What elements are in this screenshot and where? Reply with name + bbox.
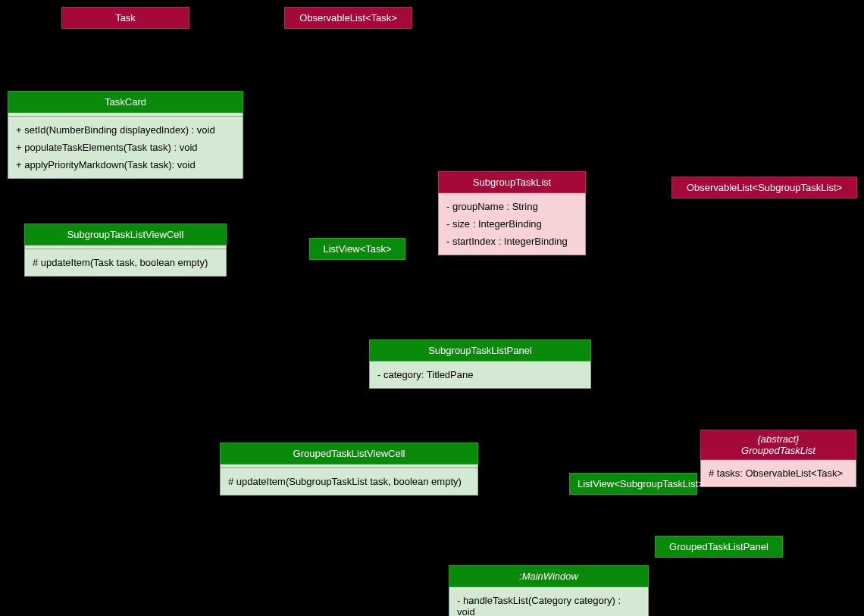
class-listview-task: ListView<Task> (309, 238, 405, 260)
class-mainwindow: :MainWindow - handleTaskList(Category ca… (449, 565, 649, 616)
class-title: ObservableList<Task> (284, 7, 412, 29)
method: + populateTaskElements(Task task) : void (16, 139, 235, 156)
method: - handleTaskList(Category category) : vo… (457, 592, 640, 616)
class-title: ListView<SubgroupTaskList> (569, 473, 697, 495)
class-listview-subgrouptasklist: ListView<SubgroupTaskList> (569, 473, 697, 495)
stereotype: {abstract} (709, 433, 848, 445)
class-title: TaskCard (8, 91, 243, 113)
method: # updateItem(SubgroupTaskList task, bool… (228, 473, 470, 490)
class-title: ObservableList<SubgroupTaskList> (671, 177, 857, 199)
class-title: :MainWindow (449, 565, 649, 587)
class-subgrouptasklistpanel: SubgroupTaskListPanel - category: Titled… (369, 339, 591, 389)
class-subgrouptasklist: SubgroupTaskList - groupName : String - … (438, 171, 586, 255)
class-observablelist-subgrouptasklist: ObservableList<SubgroupTaskList> (671, 177, 857, 199)
class-groupedtasklistpanel: GroupedTaskListPanel (655, 536, 783, 558)
class-title: GroupedTaskListPanel (655, 536, 783, 558)
class-taskcard: TaskCard + setId(NumberBinding displayed… (8, 91, 243, 179)
class-task: Task (61, 7, 189, 29)
class-title: Task (61, 7, 189, 29)
field: - size : IntegerBinding (446, 215, 578, 233)
method: + setId(NumberBinding displayedIndex) : … (16, 121, 235, 139)
class-title: SubgroupTaskListPanel (369, 339, 591, 361)
class-groupedtasklist: {abstract} GroupedTaskList # tasks: Obse… (700, 430, 856, 487)
field: - startIndex : IntegerBinding (446, 233, 578, 250)
class-groupedtasklistviewcell: GroupedTaskListViewCell # updateItem(Sub… (220, 442, 478, 496)
field: # tasks: ObservableList<Task> (709, 464, 848, 482)
class-subgrouptasklistviewcell: SubgroupTaskListViewCell # updateItem(Ta… (24, 224, 227, 277)
method: + applyPriorityMarkdown(Task task): void (16, 156, 235, 174)
method: # updateItem(Task task, boolean empty) (33, 254, 218, 271)
field: - groupName : String (446, 198, 578, 215)
class-title: GroupedTaskListViewCell (220, 442, 478, 464)
field: - category: TitledPane (377, 366, 583, 383)
class-title: SubgroupTaskList (438, 171, 586, 193)
class-observablelist-task: ObservableList<Task> (284, 7, 412, 29)
class-title: ListView<Task> (309, 238, 405, 260)
class-title: SubgroupTaskListViewCell (24, 224, 227, 245)
class-title: GroupedTaskList (709, 445, 848, 456)
